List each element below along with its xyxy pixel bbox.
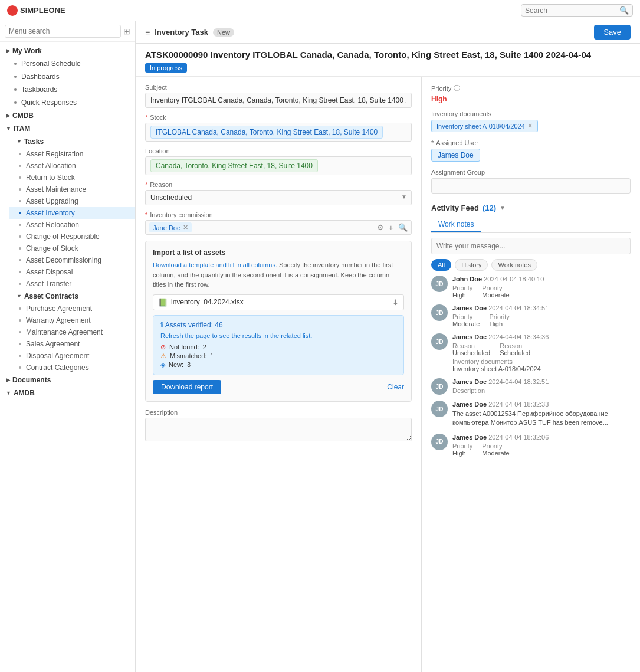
sidebar-label: Asset Disposal xyxy=(26,268,73,276)
sidebar-label: Tasks xyxy=(24,137,44,146)
work-notes-input[interactable] xyxy=(431,238,631,254)
inv-doc-close[interactable]: ✕ xyxy=(527,122,533,130)
sidebar-item-documents[interactable]: ▶ Documents xyxy=(0,373,135,386)
sidebar-item-contract-categories[interactable]: Contract Categories xyxy=(9,362,135,373)
sidebar-item-quick-responses[interactable]: Quick Responses xyxy=(0,96,135,109)
description-input[interactable] xyxy=(145,418,412,441)
priority-info-icon: ⓘ xyxy=(454,84,460,93)
activity-meta-3: James Doe 2024-04-04 18:34:36 xyxy=(452,333,631,340)
avatar-john-doe: JD xyxy=(431,276,448,292)
sidebar-item-maintenance-agreement[interactable]: Maintenance Agreement xyxy=(9,326,135,338)
sidebar-item-cmdb[interactable]: ▶ CMDB xyxy=(0,109,135,122)
dot-icon xyxy=(19,235,21,238)
reason-select[interactable]: Unscheduled Scheduled xyxy=(145,190,412,205)
search-input[interactable] xyxy=(525,6,619,15)
activity-body-6: James Doe 2024-04-04 18:32:06 Priority H… xyxy=(452,434,631,457)
sidebar-item-asset-allocation[interactable]: Asset Allocation xyxy=(9,160,135,172)
assigned-user-value: James Doe xyxy=(431,149,480,162)
tab-work-notes[interactable]: Work notes xyxy=(431,217,481,232)
subject-field: Subject xyxy=(145,84,412,108)
commission-add-icon[interactable]: + xyxy=(389,223,393,232)
activity-change-4: Description xyxy=(452,387,631,394)
sidebar-item-taskboards[interactable]: Taskboards xyxy=(0,83,135,96)
commission-search-icon[interactable]: 🔍 xyxy=(398,223,408,232)
activity-entry-5: JD James Doe 2024-04-04 18:32:33 The ass… xyxy=(431,401,631,428)
filter-tab-history[interactable]: History xyxy=(455,259,488,271)
activity-body-5: James Doe 2024-04-04 18:32:33 The asset … xyxy=(452,401,631,428)
chevron-down-icon: ▼ xyxy=(17,139,22,145)
sidebar-label: CMDB xyxy=(12,112,34,120)
commission-settings-icon[interactable]: ⚙ xyxy=(377,223,384,232)
sidebar-item-my-work[interactable]: ▶ My Work xyxy=(0,44,135,57)
sidebar-item-change-of-stock[interactable]: Change of Stock xyxy=(9,242,135,254)
sidebar-item-asset-relocation[interactable]: Asset Relocation xyxy=(9,219,135,231)
download-report-button[interactable]: Download report xyxy=(153,380,221,394)
activity-change-1: Priority High Priority Moderate xyxy=(452,284,631,299)
sidebar-item-sales-agreement[interactable]: Sales Agreement xyxy=(9,338,135,350)
sidebar-item-asset-disposal[interactable]: Asset Disposal xyxy=(9,266,135,278)
sidebar-item-asset-decommissioning[interactable]: Asset Decommissioning xyxy=(9,254,135,266)
assignment-group-section: Assignment Group xyxy=(431,169,631,194)
menu-search-input[interactable] xyxy=(5,25,121,38)
sidebar-item-change-of-responsible[interactable]: Change of Responsible xyxy=(9,231,135,242)
new-count: 3 xyxy=(187,361,191,368)
commission-tag: Jane Doe ✕ xyxy=(149,222,192,232)
sidebar-item-asset-registration[interactable]: Asset Registration xyxy=(9,148,135,160)
refresh-page-link[interactable]: Refresh the page to see the results in t… xyxy=(160,332,312,339)
activity-meta-1: John Doe 2024-04-04 18:40:10 xyxy=(452,276,631,283)
sidebar-item-tasks[interactable]: ▼ Tasks xyxy=(5,135,135,148)
sidebar-item-asset-contracts[interactable]: ▼ Asset Contracts xyxy=(5,290,135,303)
description-label: Description xyxy=(145,409,412,416)
sidebar-item-asset-upgrading[interactable]: Asset Upgrading xyxy=(9,195,135,207)
filter-tab-all[interactable]: All xyxy=(431,259,451,271)
sidebar-item-asset-maintenance[interactable]: Asset Maintenance xyxy=(9,183,135,195)
sidebar-item-personal-schedule[interactable]: Personal Schedule xyxy=(0,57,135,70)
chevron-right-icon: ▶ xyxy=(6,113,10,119)
sidebar-menu-icon[interactable]: ⊞ xyxy=(123,27,130,36)
logo-text: SIMPLEONE xyxy=(20,6,65,15)
sidebar-item-asset-transfer[interactable]: Asset Transfer xyxy=(9,278,135,290)
clear-link[interactable]: Clear xyxy=(387,381,404,394)
sidebar-item-warranty-agreement[interactable]: Warranty Agreement xyxy=(9,314,135,326)
subject-input[interactable] xyxy=(145,93,412,108)
verification-title: ℹ Assets verified: 46 xyxy=(160,320,396,329)
sidebar-item-disposal-agreement[interactable]: Disposal Agreement xyxy=(9,350,135,362)
topbar: SIMPLEONE 🔍 xyxy=(0,0,640,21)
sidebar-label: Personal Schedule xyxy=(21,60,81,68)
dot-icon xyxy=(19,343,21,345)
sidebar-label: Asset Maintenance xyxy=(26,185,86,194)
not-found-count: 2 xyxy=(203,343,206,350)
commission-tag-close[interactable]: ✕ xyxy=(183,224,188,231)
sidebar-item-amdb[interactable]: ▼ AMDB xyxy=(0,386,135,399)
inventory-commission-input[interactable]: Jane Doe ✕ ⚙ + 🔍 xyxy=(145,220,412,235)
sidebar-label: Quick Responses xyxy=(21,99,77,107)
sidebar-item-itam[interactable]: ▼ ITAM xyxy=(0,122,135,135)
sidebar-item-purchase-agreement[interactable]: Purchase Agreement xyxy=(9,303,135,314)
file-download-icon[interactable]: ⬇ xyxy=(392,298,399,307)
save-button[interactable]: Save xyxy=(594,25,631,40)
sidebar-label: Purchase Agreement xyxy=(26,304,92,313)
sidebar-item-asset-inventory[interactable]: Asset Inventory xyxy=(9,207,135,219)
sidebar-nav: ▶ My Work Personal Schedule Dashboards T… xyxy=(0,42,135,402)
dot-icon xyxy=(19,355,21,357)
sidebar-item-dashboards[interactable]: Dashboards xyxy=(0,70,135,83)
sidebar-label: Dashboards xyxy=(21,73,60,81)
description-field: Description xyxy=(145,409,412,443)
assignment-group-input[interactable] xyxy=(431,178,631,194)
activity-feed-header[interactable]: Activity Feed (12) ▼ xyxy=(431,204,631,212)
global-search[interactable]: 🔍 xyxy=(521,4,633,17)
sidebar-item-return-to-stock[interactable]: Return to Stock xyxy=(9,172,135,183)
hamburger-icon[interactable]: ≡ xyxy=(145,28,150,37)
required-marker: * xyxy=(145,181,147,188)
filter-tab-work-notes[interactable]: Work notes xyxy=(491,259,537,271)
priority-value: High xyxy=(431,95,631,103)
dot-icon xyxy=(19,247,21,250)
download-template-link[interactable]: Download a template and fill in all colu… xyxy=(153,261,277,268)
activity-body-2: James Doe 2024-04-04 18:34:51 Priority M… xyxy=(452,304,631,327)
new-label: New: xyxy=(169,361,183,368)
search-icon-button[interactable]: 🔍 xyxy=(619,6,629,15)
sidebar-label: Return to Stock xyxy=(26,173,75,182)
assigned-user-label: * Assigned User xyxy=(431,139,631,146)
form-area: Subject * Stock ITGLOBAL Canada, Canada,… xyxy=(136,77,640,672)
dot-icon xyxy=(19,176,21,179)
